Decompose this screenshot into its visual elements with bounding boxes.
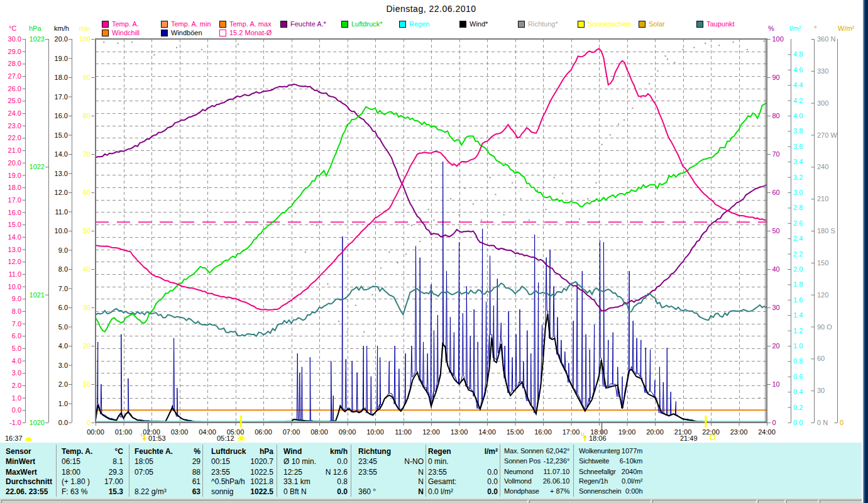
info-label: Mondphase xyxy=(504,487,539,495)
svg-text:12.0: 12.0 xyxy=(55,189,68,196)
svg-text:3.6: 3.6 xyxy=(793,143,803,150)
svg-text:11.0: 11.0 xyxy=(8,270,21,278)
svg-text:40: 40 xyxy=(772,265,780,273)
table-cell-time: 23:45 xyxy=(358,457,377,466)
svg-text:0.8: 0.8 xyxy=(793,357,803,365)
table-cell-time: 18:05 xyxy=(135,457,153,466)
svg-text:30: 30 xyxy=(83,304,91,311)
svg-text:4.6: 4.6 xyxy=(793,66,803,74)
table-row-label: Durchschnitt xyxy=(6,477,52,486)
legend-label: Windchill xyxy=(112,29,140,36)
info-value: + 87% xyxy=(550,487,570,495)
svg-text:2.0: 2.0 xyxy=(58,380,68,388)
svg-text:2.8: 2.8 xyxy=(793,204,803,211)
table-row-label: 22.06. 23:55 xyxy=(6,487,48,496)
table-cell-value: 0.0 xyxy=(487,477,498,486)
axis-header-solar: W/m² xyxy=(838,25,854,32)
svg-text:13:00: 13:00 xyxy=(451,428,468,436)
svg-text:20.0: 20.0 xyxy=(55,35,68,43)
svg-text:5.0: 5.0 xyxy=(12,345,21,352)
svg-text:7.0: 7.0 xyxy=(12,320,21,328)
svg-text:1.0: 1.0 xyxy=(793,342,803,350)
svg-text:15.0: 15.0 xyxy=(55,131,68,139)
svg-text:0.6: 0.6 xyxy=(793,373,803,380)
svg-text:50: 50 xyxy=(772,227,780,235)
legend-swatch xyxy=(639,21,646,28)
svg-text:120: 120 xyxy=(817,291,828,299)
legend-label: Temp. A. xyxy=(112,20,139,28)
table-cell-time: 0 min. xyxy=(428,457,449,466)
svg-text:27.0: 27.0 xyxy=(8,72,21,80)
svg-text:22:00: 22:00 xyxy=(702,428,720,436)
legend-label: Solar xyxy=(649,20,665,28)
svg-text:-1.0: -1.0 xyxy=(9,419,21,426)
svg-text:20:00: 20:00 xyxy=(646,428,664,436)
legend-swatch xyxy=(578,21,585,28)
svg-text:12:00: 12:00 xyxy=(422,428,440,436)
table-row-label: MinWert xyxy=(6,457,35,466)
info-value: 0.0l/m² xyxy=(622,477,643,485)
svg-text:20.0: 20.0 xyxy=(8,159,21,167)
legend-swatch xyxy=(341,21,348,28)
table-cell-value: N xyxy=(418,487,424,496)
svg-text:40: 40 xyxy=(83,265,91,273)
svg-text:01:00: 01:00 xyxy=(115,428,133,436)
table-col-header: Regen xyxy=(428,447,451,456)
table-cell-time: 360 ° xyxy=(358,487,376,496)
svg-text:100: 100 xyxy=(772,35,784,43)
svg-text:1022: 1022 xyxy=(30,163,45,170)
svg-text:60: 60 xyxy=(772,189,780,196)
table-cell-value: 0.0 xyxy=(337,487,348,496)
table-divider xyxy=(426,445,426,497)
table-col-unit: l/m² xyxy=(485,447,498,456)
svg-text:26.0: 26.0 xyxy=(8,85,21,92)
table-cell-value: 17.00 xyxy=(104,477,123,486)
svg-text:23:00: 23:00 xyxy=(730,428,748,436)
legend-swatch xyxy=(161,30,168,36)
svg-text:1.0: 1.0 xyxy=(12,394,21,402)
svg-text:17.0: 17.0 xyxy=(55,93,68,101)
legend-swatch xyxy=(219,30,226,36)
stats-table: SensorMinWertMaxWertDurchschnitt22.06. 2… xyxy=(0,443,863,499)
svg-text:6.0: 6.0 xyxy=(12,332,21,340)
svg-text:70: 70 xyxy=(772,150,780,158)
svg-text:13.0: 13.0 xyxy=(55,170,68,177)
info-value: 11.07.10 xyxy=(543,468,569,475)
svg-text:24:00: 24:00 xyxy=(758,428,776,436)
svg-text:0: 0 xyxy=(772,419,776,426)
svg-text:0: 0 xyxy=(87,419,91,426)
svg-text:08:00: 08:00 xyxy=(310,428,328,436)
axis-header-hum: % xyxy=(768,25,774,32)
svg-text:6.0: 6.0 xyxy=(58,304,68,311)
table-cell-time: 33.1 km xyxy=(283,477,310,486)
table-col-unit: % xyxy=(194,447,201,456)
svg-text:90: 90 xyxy=(772,74,780,81)
info-value: 62,042° xyxy=(546,447,569,455)
svg-text:3.0: 3.0 xyxy=(793,189,803,196)
axis-header-wind: km/h xyxy=(54,25,69,32)
legend-swatch xyxy=(219,21,226,28)
weather-app-window: 30.029.028.027.026.025.024.023.022.021.0… xyxy=(0,0,868,503)
svg-text:100: 100 xyxy=(79,35,91,43)
axis-header-sun: min xyxy=(79,25,91,32)
table-cell-value: 1022.5 xyxy=(250,468,273,477)
axis-header-dir: ° xyxy=(814,25,816,32)
table-col-unit: hPa xyxy=(260,447,273,456)
svg-text:10.0: 10.0 xyxy=(8,283,21,290)
svg-text:10: 10 xyxy=(83,380,91,388)
svg-text:3.8: 3.8 xyxy=(793,127,803,135)
table-cell-time: 8.22 g/m³ xyxy=(135,487,167,496)
svg-text:150: 150 xyxy=(817,259,828,267)
svg-text:0 N: 0 N xyxy=(817,419,828,426)
axis-dir: 360 N330300270 W240210180 S15012090 O603… xyxy=(811,35,838,426)
table-cell-value: 29 xyxy=(192,457,201,466)
table-col-header: Luftdruck xyxy=(211,447,246,456)
svg-text:10:00: 10:00 xyxy=(366,428,384,436)
table-col-header: Feuchte A. xyxy=(135,447,173,456)
svg-text:80: 80 xyxy=(772,112,780,119)
svg-text:3.2: 3.2 xyxy=(793,174,803,181)
statusbar-panel xyxy=(758,500,785,503)
statusbar-panel xyxy=(652,500,757,503)
axis-header-rain: l/m² xyxy=(789,25,801,32)
series-windb-en xyxy=(96,162,767,422)
